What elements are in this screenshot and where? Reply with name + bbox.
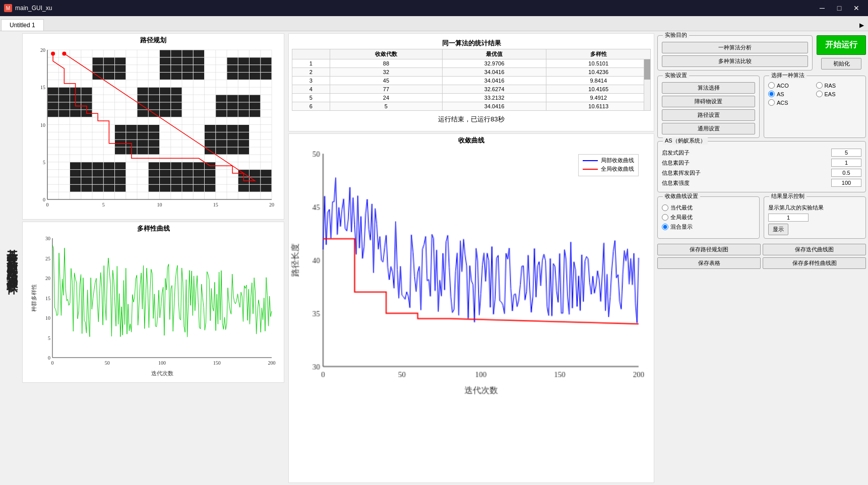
radio-global-best-label: 全局最优 [670, 214, 693, 221]
single-algorithm-btn[interactable]: 一种算法分析 [662, 42, 808, 53]
multi-algorithm-btn[interactable]: 多种算法比较 [662, 55, 808, 67]
radio-ras-label: RAS [825, 83, 836, 89]
experiment-settings-title: 实验设置 [663, 72, 689, 79]
param-row: 信息素因子 [662, 159, 861, 167]
radio-eas-label: EAS [825, 91, 836, 97]
path-canvas [30, 46, 277, 217]
tab-arrow[interactable]: ▶ [855, 20, 868, 31]
convergence-title: 收敛曲线 [289, 136, 654, 145]
result-display-input[interactable] [768, 214, 809, 222]
param-input[interactable] [831, 159, 861, 167]
radio-mixed-label: 混合显示 [670, 223, 693, 231]
param-row: 启发式因子 [662, 149, 861, 157]
diversity-chart: 多样性曲线 [22, 222, 284, 383]
radio-acs-label: ACS [777, 100, 788, 106]
radio-global-best-input[interactable] [662, 214, 668, 221]
radio-aco: ACO [768, 82, 814, 89]
legend-local-label: 局部收敛曲线 [601, 157, 634, 164]
param-label: 信息素挥发因子 [662, 169, 701, 177]
stats-title: 同一算法的统计结果 [292, 39, 651, 48]
radio-aco-label: ACO [777, 83, 789, 89]
legend-global-line [583, 169, 598, 170]
save-path-btn[interactable]: 保存路径规划图 [657, 244, 761, 255]
algorithm-select-panel: 选择一种算法 ACO RAS AS [764, 76, 866, 138]
start-run-button[interactable]: 开始运行 [817, 35, 866, 55]
tab-bar: Untitled 1 ▶ [0, 16, 868, 31]
radio-current-best-label: 当代最优 [670, 204, 693, 212]
radio-as-input[interactable] [768, 91, 775, 97]
param-input[interactable] [831, 179, 861, 187]
param-row: 信息素挥发因子 [662, 169, 861, 177]
maximize-button[interactable]: □ [832, 3, 847, 13]
radio-acs-input[interactable] [768, 99, 775, 106]
legend-global-label: 全局收敛曲线 [601, 165, 634, 173]
param-label: 信息素强度 [662, 179, 690, 187]
sidebar-text: 基于蚁群算法的机器人路径规划教学软件 [2, 33, 22, 483]
result-display-panel: 结果显示控制 显示第几次的实验结果 显示 [764, 196, 866, 239]
as-params-panel: AS（蚂蚁系统） 启发式因子信息素因子信息素挥发因子信息素强度 [657, 141, 866, 192]
right-panel: 实验目的 一种算法分析 多种算法比较 开始运行 初始化 实验设置 算法选择 障碍… [654, 33, 866, 483]
stats-table-wrapper: 收敛代数最优值多样性18832.970610.510123234.041610.… [292, 49, 651, 111]
param-input[interactable] [831, 149, 861, 157]
legend-local: 局部收敛曲线 [583, 157, 634, 164]
save-iteration-btn[interactable]: 保存迭代曲线图 [763, 244, 866, 255]
radio-aco-input[interactable] [768, 82, 775, 89]
stats-table-container: 同一算法的统计结果 收敛代数最优值多样性18832.970610.5101232… [288, 33, 654, 131]
diversity-title: 多样性曲线 [137, 224, 170, 233]
path-planning-chart: 路径规划 [22, 33, 284, 220]
radio-as-label: AS [777, 91, 784, 97]
radio-acs: ACS [768, 99, 814, 106]
param-label: 信息素因子 [662, 159, 690, 167]
stats-table: 收敛代数最优值多样性18832.970610.510123234.041610.… [292, 49, 651, 111]
minimize-button[interactable]: ─ [815, 3, 830, 13]
experiment-goal-title: 实验目的 [663, 31, 689, 39]
close-button[interactable]: ✕ [849, 3, 864, 13]
radio-current-best: 当代最优 [662, 204, 755, 212]
as-params-title: AS（蚂蚁系统） [663, 137, 708, 145]
diversity-canvas [30, 234, 277, 378]
main-content: 基于蚁群算法的机器人路径规划教学软件 路径规划 多样性曲线 [0, 31, 868, 485]
radio-current-best-input[interactable] [662, 204, 668, 211]
experiment-settings-panel: 实验设置 算法选择 障碍物设置 路径设置 通用设置 [657, 76, 760, 138]
convergence-settings-panel: 收敛曲线设置 当代最优 全局最优 混合显示 [657, 196, 760, 239]
convergence-settings-title: 收敛曲线设置 [663, 192, 700, 200]
radio-ras-input[interactable] [816, 82, 823, 89]
window-controls: ─ □ ✕ [815, 3, 864, 13]
save-table-btn[interactable]: 保存表格 [657, 257, 761, 269]
algorithm-select-title: 选择一种算法 [769, 72, 807, 79]
algorithm-select-btn[interactable]: 算法选择 [662, 82, 755, 94]
title-bar: M main_GUI_xu ─ □ ✕ [0, 0, 868, 16]
radio-global-best: 全局最优 [662, 214, 755, 221]
obstacle-settings-btn[interactable]: 障碍物设置 [662, 96, 755, 107]
bottom-buttons: 保存路径规划图 保存迭代曲线图 保存表格 保存多样性曲线图 [657, 244, 866, 269]
param-input[interactable] [831, 169, 861, 177]
convergence-options: 当代最优 全局最优 混合显示 [662, 204, 755, 231]
init-button[interactable]: 初始化 [821, 58, 861, 70]
table-scrollbar[interactable] [644, 59, 651, 111]
convergence-chart: 收敛曲线 局部收敛曲线 全局收敛曲线 [288, 133, 654, 483]
legend-global: 全局收敛曲线 [583, 165, 634, 173]
tab-untitled[interactable]: Untitled 1 [1, 19, 44, 31]
param-row: 信息素强度 [662, 179, 861, 187]
legend-local-line [583, 160, 598, 161]
convergence-canvas [289, 146, 654, 397]
center-area: 路径规划 多样性曲线 同一算法的统计结果 收敛代数最优值多样性18832.970… [22, 33, 654, 483]
show-result-btn[interactable]: 显示 [768, 224, 788, 235]
as-param-rows: 启发式因子信息素因子信息素挥发因子信息素强度 [662, 149, 861, 187]
radio-ras: RAS [816, 82, 862, 89]
radio-eas: EAS [816, 91, 862, 97]
radio-as: AS [768, 91, 814, 97]
param-label: 启发式因子 [662, 149, 690, 157]
path-settings-btn[interactable]: 路径设置 [662, 109, 755, 121]
result-display-label: 显示第几次的实验结果 [768, 204, 861, 212]
app-icon: M [4, 4, 12, 12]
status-text: 运行结束，已运行83秒 [292, 111, 651, 128]
convergence-legend: 局部收敛曲线 全局收敛曲线 [578, 154, 639, 176]
result-display-title: 结果显示控制 [769, 192, 807, 200]
radio-mixed-input[interactable] [662, 224, 668, 230]
save-diversity-btn[interactable]: 保存多样性曲线图 [763, 257, 866, 269]
path-planning-title: 路径规划 [140, 36, 166, 45]
general-settings-btn[interactable]: 通用设置 [662, 123, 755, 134]
scrollbar-thumb [644, 59, 650, 80]
radio-eas-input[interactable] [816, 91, 823, 97]
